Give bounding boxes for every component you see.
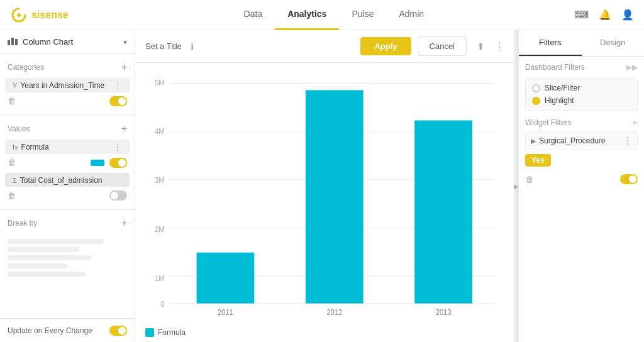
app: sisense Data Analytics Pulse Admin ⌨ 🔔 👤 bbox=[0, 0, 644, 342]
values-header: Values + bbox=[0, 121, 135, 138]
total-cost-field-name: Total Cost_of_admission bbox=[20, 175, 122, 186]
field-type-icon: Y bbox=[13, 82, 17, 89]
radio-slice-filter[interactable]: Slice/Filter bbox=[532, 84, 631, 92]
tab-filters[interactable]: Filters bbox=[519, 30, 582, 56]
legend-label: Formula bbox=[158, 328, 186, 337]
values-title: Values bbox=[8, 124, 30, 133]
export-icon[interactable]: ⬆ bbox=[477, 41, 485, 52]
formula-toggle[interactable] bbox=[109, 158, 127, 168]
placeholder-line-5 bbox=[8, 272, 86, 277]
chart-legend: Formula bbox=[135, 326, 514, 342]
break-by-title: Break by bbox=[8, 219, 37, 228]
main-nav: Data Analytics Pulse Admin bbox=[94, 0, 574, 30]
header: sisense Data Analytics Pulse Admin ⌨ 🔔 👤 bbox=[0, 0, 644, 30]
categories-field-name: Years in Admission_Time bbox=[20, 80, 111, 91]
widget-filters-header: Widget Filters + bbox=[525, 117, 638, 128]
break-by-lines bbox=[8, 239, 127, 277]
svg-text:0: 0 bbox=[160, 300, 165, 308]
categories-field-item: Y Years in Admission_Time ⋮ bbox=[5, 78, 130, 92]
widget-filters-add-icon[interactable]: + bbox=[632, 117, 638, 128]
formula-trash-icon[interactable]: 🗑 bbox=[8, 158, 16, 167]
set-title-label: Set a Title bbox=[145, 41, 182, 51]
dashboard-filters-header: Dashboard Filters ▶▶ bbox=[525, 63, 638, 72]
right-panel: Filters Design Dashboard Filters ▶▶ Slic… bbox=[518, 30, 644, 342]
svg-rect-2 bbox=[11, 38, 14, 45]
break-by-add-icon[interactable]: + bbox=[121, 218, 127, 229]
chart-type-selector[interactable]: Column Chart ▾ bbox=[0, 30, 135, 54]
radio-slice-label: Slice/Filter bbox=[545, 84, 580, 92]
svg-text:2012: 2012 bbox=[326, 308, 342, 316]
svg-text:3M: 3M bbox=[155, 176, 165, 184]
categories-title: Categories bbox=[8, 63, 44, 72]
surgical-procedure-filter[interactable]: ▶ Surgical_Procedure ⋮ bbox=[525, 131, 638, 150]
field-menu-icon[interactable]: ⋮ bbox=[111, 80, 122, 91]
formula-menu-icon[interactable]: ⋮ bbox=[111, 142, 122, 152]
filter-badge[interactable]: Yes bbox=[525, 154, 551, 167]
info-icon[interactable]: ℹ bbox=[191, 41, 194, 52]
svg-rect-1 bbox=[8, 40, 10, 45]
break-by-section: Break by + bbox=[0, 210, 135, 319]
total-cost-type-icon: Σ bbox=[13, 177, 17, 184]
logo: sisense bbox=[10, 6, 69, 24]
update-label: Update on Every Change bbox=[8, 326, 92, 335]
bar-2011[interactable] bbox=[197, 253, 255, 304]
filter-footer: 🗑 bbox=[525, 172, 638, 187]
chart-container: 5M 4M 3M 2M 1M 0 bbox=[135, 63, 514, 326]
radio-highlight[interactable]: Highlight bbox=[532, 96, 631, 105]
radio-circle-highlight bbox=[532, 97, 540, 105]
filter-options-icon[interactable]: ⋮ bbox=[623, 136, 632, 146]
chart-type-label: Column Chart bbox=[23, 37, 123, 47]
formula-color-row bbox=[91, 158, 127, 168]
apply-button[interactable]: Apply bbox=[360, 37, 411, 55]
more-options-icon[interactable]: ⋮ bbox=[495, 41, 504, 52]
break-by-header: Break by + bbox=[0, 215, 135, 233]
connections-icon[interactable]: ⌨ bbox=[574, 9, 589, 21]
cancel-button[interactable]: Cancel bbox=[418, 36, 467, 56]
svg-text:2011: 2011 bbox=[218, 308, 233, 316]
placeholder-line-2 bbox=[8, 247, 79, 252]
nav-admin[interactable]: Admin bbox=[386, 0, 436, 30]
chevron-down-icon: ▾ bbox=[123, 38, 127, 47]
update-toggle[interactable] bbox=[109, 326, 127, 336]
nav-analytics[interactable]: Analytics bbox=[275, 0, 339, 30]
total-cost-trash-icon[interactable]: 🗑 bbox=[8, 191, 16, 201]
svg-text:5M: 5M bbox=[155, 78, 165, 86]
total-cost-field-item: Σ Total Cost_of_admission bbox=[5, 173, 130, 187]
formula-field-item: fx Formula ⋮ bbox=[5, 140, 130, 154]
break-by-placeholder bbox=[0, 233, 135, 305]
radio-circle-slice bbox=[532, 84, 540, 92]
pin-icon[interactable]: ▶▶ bbox=[626, 63, 638, 72]
dashboard-filters-title: Dashboard Filters bbox=[525, 63, 585, 72]
filter-chevron-icon: ▶ bbox=[531, 137, 536, 145]
formula-type-icon: fx bbox=[13, 143, 18, 151]
trash-icon[interactable]: 🗑 bbox=[8, 96, 16, 106]
bar-2012[interactable] bbox=[306, 90, 364, 303]
nav-pulse[interactable]: Pulse bbox=[339, 0, 386, 30]
radio-group: Slice/Filter Highlight bbox=[525, 78, 638, 111]
svg-text:2M: 2M bbox=[155, 224, 165, 233]
user-icon[interactable]: 👤 bbox=[621, 9, 634, 21]
tab-design[interactable]: Design bbox=[582, 30, 645, 56]
categories-section: Categories + Y Years in Admission_Time ⋮… bbox=[0, 54, 135, 116]
widget-filters-title: Widget Filters bbox=[525, 118, 571, 127]
total-cost-toggle[interactable] bbox=[109, 190, 127, 201]
svg-point-0 bbox=[17, 13, 21, 17]
bar-2013[interactable] bbox=[414, 121, 472, 304]
panel-content: Dashboard Filters ▶▶ Slice/Filter Highli… bbox=[519, 57, 644, 342]
notifications-icon[interactable]: 🔔 bbox=[599, 9, 611, 21]
column-chart-svg: 5M 4M 3M 2M 1M 0 bbox=[145, 73, 504, 321]
formula-color-box bbox=[91, 160, 104, 166]
svg-text:2013: 2013 bbox=[436, 308, 452, 316]
formula-field-name: Formula bbox=[21, 142, 111, 153]
values-add-icon[interactable]: + bbox=[121, 123, 127, 135]
svg-text:1M: 1M bbox=[155, 273, 165, 282]
nav-data[interactable]: Data bbox=[231, 0, 275, 30]
categories-toggle[interactable] bbox=[109, 96, 127, 106]
filter-trash-icon[interactable]: 🗑 bbox=[525, 175, 533, 184]
svg-text:4M: 4M bbox=[155, 127, 165, 135]
values-section: Values + fx Formula ⋮ 🗑 bbox=[0, 116, 135, 211]
logo-text: sisense bbox=[31, 9, 69, 21]
categories-add-icon[interactable]: + bbox=[121, 62, 127, 73]
bar-chart-icon bbox=[8, 36, 18, 47]
filter-toggle[interactable] bbox=[620, 174, 638, 184]
